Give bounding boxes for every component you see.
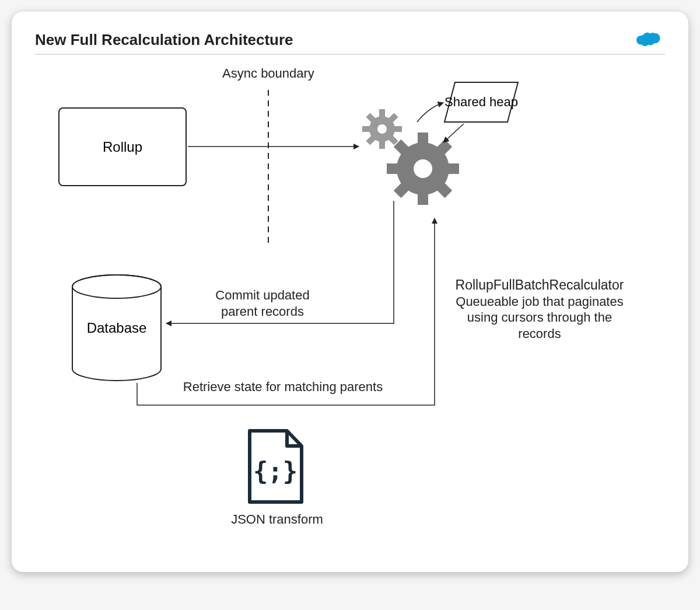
svg-rect-4 bbox=[394, 126, 402, 132]
diagram-canvas: Async boundary Rollup Shared heap bbox=[35, 55, 665, 557]
database-node: Database bbox=[70, 274, 163, 382]
async-boundary-label: Async boundary bbox=[204, 65, 332, 82]
header: New Full Recalculation Architecture bbox=[35, 29, 665, 55]
svg-point-10 bbox=[377, 124, 387, 134]
commit-label-2: parent records bbox=[221, 304, 304, 319]
diagram-card: New Full Recalculation Architecture Asyn… bbox=[12, 12, 688, 572]
recalc-title: RollupFullBatchRecalculator bbox=[456, 277, 624, 292]
json-transform-label: JSON transform bbox=[210, 511, 344, 528]
svg-rect-14 bbox=[446, 163, 459, 174]
rollup-label: Rollup bbox=[103, 139, 142, 155]
svg-point-20 bbox=[414, 159, 432, 178]
salesforce-cloud-icon bbox=[634, 29, 665, 50]
recalc-desc-2: using cursors through the bbox=[467, 310, 612, 325]
svg-rect-15 bbox=[387, 163, 400, 174]
svg-rect-3 bbox=[379, 141, 385, 149]
svg-rect-2 bbox=[379, 109, 385, 117]
rollup-node: Rollup bbox=[58, 107, 187, 186]
gears-icon bbox=[359, 104, 470, 215]
retrieve-label: Retrieve state for matching parents bbox=[166, 379, 400, 395]
recalc-desc-3: records bbox=[518, 326, 561, 341]
svg-rect-13 bbox=[418, 192, 428, 205]
svg-rect-12 bbox=[418, 133, 428, 145]
commit-label-1: Commit updated bbox=[215, 288, 309, 302]
svg-rect-5 bbox=[362, 126, 370, 132]
svg-text:{;}: {;} bbox=[253, 457, 298, 486]
json-file-icon: {;} bbox=[245, 428, 306, 504]
diagram-title: New Full Recalculation Architecture bbox=[35, 31, 293, 49]
recalc-desc-1: Queueable job that paginates bbox=[456, 294, 623, 309]
database-label: Database bbox=[87, 320, 147, 336]
